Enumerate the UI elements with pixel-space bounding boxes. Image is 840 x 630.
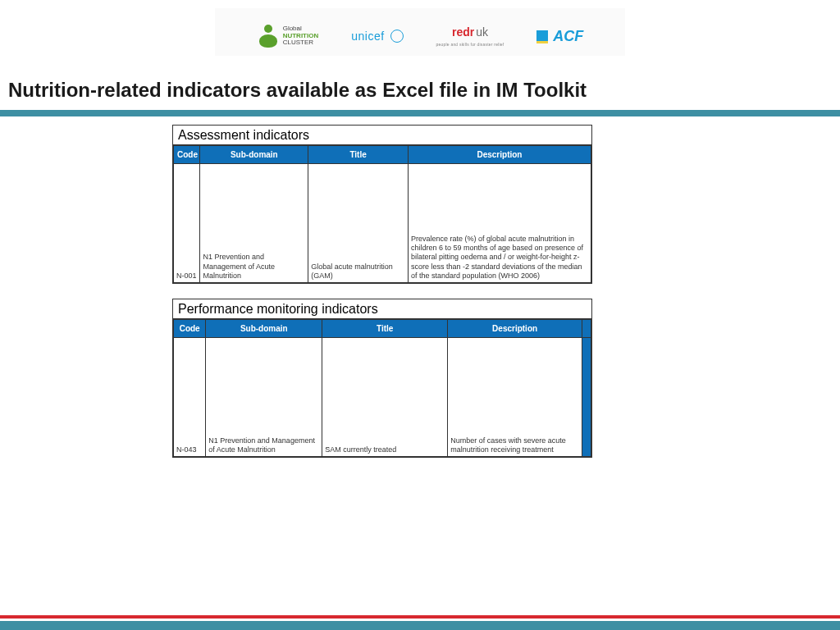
- col-sub: Sub-domain: [206, 320, 322, 338]
- cell-code: N-043: [174, 338, 206, 457]
- table-row: N-043 N1 Prevention and Management of Ac…: [174, 338, 591, 457]
- performance-heading: Performance monitoring indicators: [173, 299, 591, 319]
- col-code: Code: [174, 320, 206, 338]
- col-sub: Sub-domain: [200, 146, 308, 164]
- cell-title: SAM currently treated: [322, 338, 448, 457]
- table-row: N-001 N1 Prevention and Management of Ac…: [174, 164, 591, 283]
- col-desc: Description: [408, 146, 591, 164]
- cell-title: Global acute malnutrition (GAM): [308, 164, 409, 283]
- acf-flag-icon: [536, 30, 548, 42]
- gnc-logo: Global NUTRITION CLUSTER: [257, 25, 319, 48]
- unicef-globe-icon: [390, 30, 404, 43]
- cell-sub: N1 Prevention and Management of Acute Ma…: [200, 164, 308, 283]
- unicef-logo: unicef: [351, 30, 403, 43]
- tables-wrap: Assessment indicators Code Sub-domain Ti…: [0, 116, 840, 458]
- cell-sub: N1 Prevention and Management of Acute Ma…: [206, 338, 322, 457]
- page-title: Nutrition-related indicators available a…: [0, 56, 840, 110]
- col-title: Title: [308, 146, 409, 164]
- col-desc: Description: [448, 320, 582, 338]
- performance-table: Performance monitoring indicators Code S…: [172, 299, 592, 458]
- table-header-row: Code Sub-domain Title Description: [174, 320, 591, 338]
- col-code: Code: [174, 146, 200, 164]
- col-extra: [582, 320, 591, 338]
- assessment-table: Assessment indicators Code Sub-domain Ti…: [172, 125, 592, 284]
- cell-extra: [582, 338, 591, 457]
- col-title: Title: [322, 320, 448, 338]
- cell-desc: Prevalence rate (%) of global acute maln…: [408, 164, 591, 283]
- cell-desc: Number of cases with severe acute malnut…: [448, 338, 582, 457]
- logo-bar: Global NUTRITION CLUSTER unicef redruk p…: [215, 8, 625, 56]
- gnc-icon: [257, 25, 280, 48]
- cell-code: N-001: [174, 164, 200, 283]
- gnc-text: Global NUTRITION CLUSTER: [283, 25, 319, 47]
- title-rule: [0, 110, 840, 116]
- redr-logo: redruk people and skills for disaster re…: [436, 25, 504, 47]
- table-header-row: Code Sub-domain Title Description: [174, 146, 591, 164]
- footer-bars: [0, 615, 840, 630]
- assessment-heading: Assessment indicators: [173, 126, 591, 145]
- acf-logo: ACF: [536, 28, 583, 45]
